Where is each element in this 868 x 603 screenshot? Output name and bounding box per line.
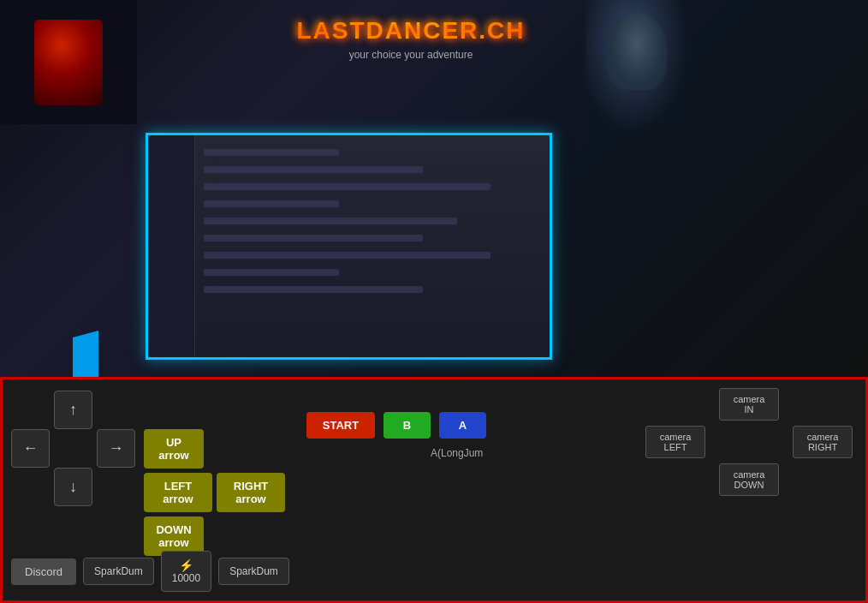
content-line <box>204 149 339 156</box>
content-line <box>204 286 423 293</box>
controls-inner: ↑ ← → ↓ <box>3 379 865 600</box>
up-arrow-btn[interactable]: UParrow <box>144 429 204 469</box>
left-arrow-button[interactable]: ← <box>11 429 50 468</box>
sparkdumb-label-1: SparkDum <box>94 565 143 577</box>
content-line <box>204 200 339 207</box>
accent-bar <box>73 331 98 377</box>
left-arrow-btn[interactable]: LEFTarrow <box>144 473 212 512</box>
content-line <box>204 269 339 276</box>
game-area: LASTDANCER.CH your choice your adventure… <box>0 0 868 377</box>
stream-window <box>146 133 552 360</box>
labeled-arrows-section: UParrow LEFTarrow RIGHTarrow DOWNarrow <box>144 429 285 556</box>
stream-content <box>148 135 550 357</box>
down-arrow-icon: ↓ <box>69 478 77 496</box>
right-arrow-icon: → <box>109 439 124 457</box>
camera-left-button[interactable]: cameraLEFT <box>645 426 705 458</box>
left-panel <box>0 0 137 124</box>
controls-panel: ↑ ← → ↓ <box>0 377 868 603</box>
camera-right-button[interactable]: cameraRIGHT <box>793 426 853 458</box>
game-title: LASTDANCER.CH <box>265 17 556 45</box>
game-subtitle: your choice your adventure <box>265 49 556 61</box>
bottom-row: Discord SparkDum ⚡ 10000 SparkDum <box>11 551 857 592</box>
start-button[interactable]: START <box>306 412 375 439</box>
sparkdumb-label-3: SparkDum <box>229 565 278 577</box>
left-arrow-icon: ← <box>23 439 39 457</box>
camera-in-button[interactable]: cameraIN <box>719 388 779 421</box>
right-arrow-btn[interactable]: RIGHTarrow <box>217 473 285 512</box>
content-line <box>204 218 457 224</box>
right-arrow-button[interactable]: → <box>97 429 135 468</box>
up-arrow-icon: ↑ <box>69 401 77 419</box>
action-buttons-section: START B A A(LongJum <box>306 412 486 459</box>
dpad-down-row: ↓ <box>11 468 135 506</box>
b-button[interactable]: B <box>383 412 431 439</box>
dpad-section: ↑ ← → ↓ <box>11 391 135 506</box>
avatar-right <box>586 0 688 133</box>
character-sprite <box>34 20 103 105</box>
camera-section: cameraIN cameraLEFT cameraRIGHT cameraDO… <box>641 388 857 496</box>
content-line <box>204 252 490 259</box>
camera-down-button[interactable]: cameraDOWN <box>719 463 779 496</box>
a-button[interactable]: A <box>439 412 486 439</box>
stream-sidebar <box>148 135 195 357</box>
sparkdumb-button-3[interactable]: SparkDum <box>218 558 289 585</box>
dpad-up-row: ↑ <box>11 391 135 429</box>
sparkdumb-button-1[interactable]: SparkDum <box>83 558 154 585</box>
sparkdumb-button-2[interactable]: ⚡ 10000 <box>161 551 211 592</box>
lr-labeled-row: LEFTarrow RIGHTarrow <box>144 473 285 512</box>
content-line <box>204 235 423 242</box>
sparkdumb-count: 10000 <box>172 572 200 584</box>
content-line <box>204 183 490 190</box>
title-area: LASTDANCER.CH your choice your adventure <box>265 17 556 61</box>
up-arrow-labeled: UParrow <box>144 429 204 469</box>
a-longjump-label: A(LongJum <box>431 447 483 459</box>
up-labeled-row: UParrow <box>144 429 285 469</box>
avatar-hood <box>607 13 667 90</box>
down-arrow-button[interactable]: ↓ <box>54 468 92 506</box>
lightning-icon: ⚡ <box>179 558 193 572</box>
up-arrow-button[interactable]: ↑ <box>54 391 92 429</box>
content-line <box>204 166 423 173</box>
action-row: START B A <box>306 412 486 439</box>
dpad-middle-row: ← → <box>11 429 135 468</box>
discord-button[interactable]: Discord <box>11 558 76 585</box>
